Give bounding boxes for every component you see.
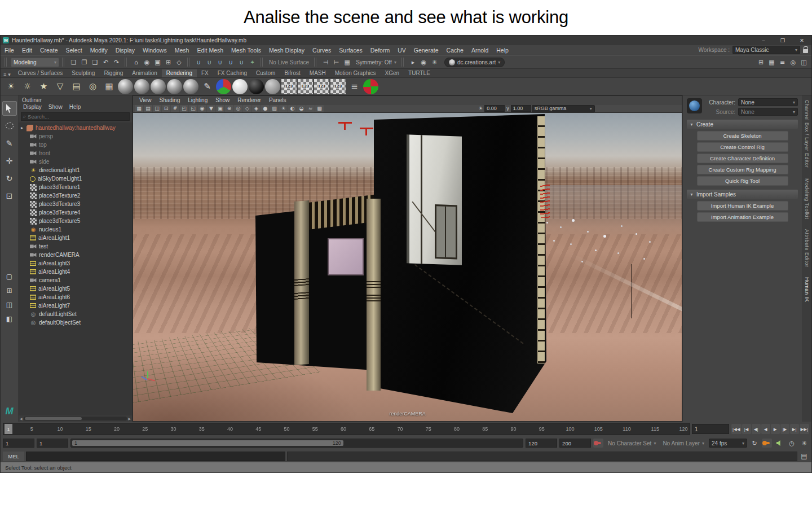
outliner-item-aiarealight7[interactable]: aiAreaLight7	[19, 301, 132, 310]
isolate-select-icon[interactable]: ◎	[234, 105, 242, 112]
menu-cache[interactable]: Cache	[443, 47, 467, 54]
outliner-item-place3dtexture1[interactable]: place3dTexture1	[19, 183, 132, 191]
quick-rig-tool-button[interactable]: Quick Rig Tool	[697, 176, 788, 186]
viewport-menu-view[interactable]: View	[135, 97, 156, 103]
gray-ball-icon[interactable]	[265, 79, 280, 94]
outliner-item-aiarealight3[interactable]: aiAreaLight3	[19, 259, 132, 268]
open-scene-icon[interactable]: ❐	[79, 57, 90, 68]
exposure-field[interactable]: 0.00	[484, 105, 505, 112]
section-header-create[interactable]: ▼Create	[687, 120, 798, 129]
account-menu[interactable]: dc.creations.art ▾	[444, 58, 505, 67]
window-titlebar[interactable]: M HauntedHallway.mb* - Autodesk Maya 202…	[1, 36, 811, 45]
live-surface-label[interactable]: No Live Surface	[267, 59, 311, 65]
redo-icon[interactable]: ↷	[111, 57, 122, 68]
highlight-selection-mode-icon[interactable]: ◇	[174, 57, 184, 68]
bookmark-icon[interactable]: ▼	[207, 105, 215, 112]
create-character-definition-button[interactable]: Create Character Definition	[697, 154, 788, 163]
shelf-menu-icon[interactable]: ≡	[3, 72, 6, 77]
snap-to-projected-center-icon[interactable]: ∪	[226, 57, 236, 68]
outliner-item-aiarealight4[interactable]: aiAreaLight4	[19, 268, 132, 276]
film-gate-icon[interactable]: ▤	[144, 105, 152, 112]
construction-history-icon[interactable]: ▦	[342, 57, 352, 68]
sidebar-tab-channel-box-layer-editor[interactable]: Channel Box / Layer Editor	[804, 100, 810, 168]
snap-to-curve-icon[interactable]: ∪	[204, 57, 215, 68]
workspace-dropdown[interactable]: Maya Classic ▾	[732, 46, 800, 54]
shelf-tab-rigging[interactable]: Rigging	[99, 69, 127, 77]
outliner-item-aiarealight1[interactable]: aiAreaLight1	[19, 234, 132, 242]
menu-mesh-tools[interactable]: Mesh Tools	[227, 47, 265, 54]
step-back-key-button[interactable]: ◀|	[752, 424, 761, 434]
uv-set-2-icon[interactable]: 123	[298, 79, 313, 94]
character-dropdown[interactable]: None ▾	[738, 98, 798, 106]
playback-start-field[interactable]: 1	[37, 439, 68, 448]
search-input[interactable]	[28, 113, 127, 120]
menu-display[interactable]: Display	[112, 47, 139, 54]
sidebar-tab-human-ik[interactable]: Human IK	[804, 277, 810, 302]
grid-toggle-icon[interactable]: ▦	[135, 105, 143, 112]
light-editor-icon[interactable]: ≡	[347, 79, 362, 94]
script-editor-icon[interactable]: ▤	[799, 452, 809, 460]
shelf-tab-arrow-icon[interactable]: ▾	[8, 72, 11, 77]
outliner-item-front[interactable]: front	[19, 149, 132, 157]
sidebar-channelbox-icon[interactable]: ⊞	[756, 57, 766, 68]
occlusion-icon[interactable]: ◒	[297, 105, 306, 112]
sidebar-tab-attribute-editor[interactable]: Attribute Editor	[804, 229, 810, 268]
gamma-icon[interactable]: γ	[505, 106, 510, 111]
shelf-tab-curves-surfaces[interactable]: Curves / Surfaces	[14, 69, 67, 77]
menu-mesh-display[interactable]: Mesh Display	[265, 47, 308, 54]
outliner-item-place3dtexture3[interactable]: place3dTexture3	[19, 200, 132, 208]
aistandard-ball-icon[interactable]	[183, 79, 198, 94]
save-scene-icon[interactable]: ❑	[90, 57, 100, 68]
multisample-icon[interactable]: ▩	[315, 105, 324, 112]
shelf-tab-bifrost[interactable]: Bifrost	[280, 69, 304, 77]
viewport-menu-lighting[interactable]: Lighting	[184, 97, 211, 103]
lock-icon[interactable]	[803, 49, 808, 53]
viewport-menu-renderer[interactable]: Renderer	[233, 97, 265, 103]
selection-mode-dropdown[interactable]: Modeling ▾	[11, 58, 59, 67]
use-all-lights-icon[interactable]: ☀	[279, 105, 288, 112]
render-settings-icon[interactable]: ✳	[429, 57, 440, 68]
exposure-icon[interactable]: ☀	[477, 106, 484, 111]
xray-icon[interactable]: ◇	[243, 105, 251, 112]
select-by-component-type-icon[interactable]: ▣	[152, 57, 163, 68]
outliner-item-top[interactable]: top	[19, 141, 132, 149]
gamma-field[interactable]: 1.00	[511, 105, 531, 112]
outliner-item-persp[interactable]: persp	[19, 132, 132, 141]
menu-modify[interactable]: Modify	[86, 47, 112, 54]
menu-help[interactable]: Help	[492, 47, 513, 54]
safe-action-icon[interactable]: ◰	[180, 105, 188, 112]
scrollbar-track[interactable]	[24, 417, 127, 421]
shelf-tab-rendering[interactable]: Rendering	[162, 69, 197, 77]
paint-select-tool[interactable]: ✎	[2, 136, 17, 151]
move-tool[interactable]: ✛	[2, 154, 17, 168]
uv-set-3-icon[interactable]: 123	[314, 79, 329, 94]
outliner-item-place3dtexture4[interactable]: place3dTexture4	[19, 208, 132, 217]
outliner-item-side[interactable]: side	[19, 157, 132, 166]
sidebar-toolsettings-icon[interactable]: ≡	[777, 57, 788, 68]
outliner-hscrollbar[interactable]: ◀ ▶	[19, 415, 132, 422]
section-collapse-handle[interactable]	[261, 58, 264, 67]
directional-light-icon[interactable]: ☼	[20, 79, 35, 94]
import-human-ik-example-button[interactable]: Import Human IK Example	[697, 201, 788, 211]
select-by-object-type-icon[interactable]: ◉	[142, 57, 152, 68]
section-collapse-handle[interactable]	[314, 58, 317, 67]
render-target-icon[interactable]	[363, 79, 378, 94]
set-key-icon[interactable]	[593, 439, 603, 448]
auto-keyframe-icon[interactable]	[762, 439, 772, 448]
outliner-item-camera1[interactable]: camera1	[19, 276, 132, 284]
outliner-item-aiarealight5[interactable]: aiAreaLight5	[19, 284, 132, 293]
play-backwards-button[interactable]: ◀	[761, 424, 770, 434]
default-material-icon[interactable]: ●	[261, 105, 270, 112]
playback-end-field[interactable]: 120	[526, 439, 557, 448]
menu-file[interactable]: File	[1, 47, 18, 54]
section-collapse-handle[interactable]	[125, 58, 128, 67]
lasso-select-tool[interactable]	[2, 119, 17, 133]
scroll-left-icon[interactable]: ◀	[20, 417, 23, 421]
textured-icon[interactable]: ▨	[270, 105, 279, 112]
camera-attributes-icon[interactable]: ◉	[198, 105, 206, 112]
range-track[interactable]: 1 120	[70, 439, 523, 448]
layout-two-pane-side[interactable]: ◫	[2, 299, 17, 310]
area-light-icon[interactable]: ▤	[69, 79, 84, 94]
expand-arrow-icon[interactable]: ▸	[21, 125, 27, 130]
scroll-right-icon[interactable]: ▶	[128, 417, 131, 421]
